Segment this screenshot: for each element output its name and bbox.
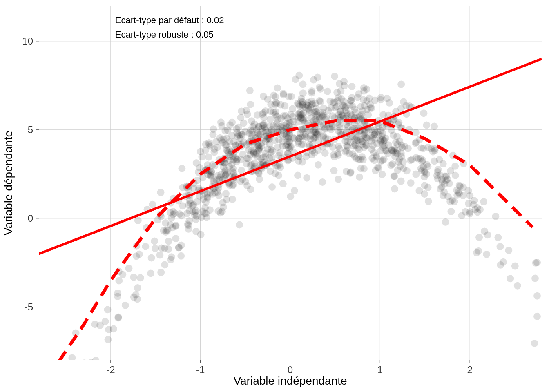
svg-point-1006 [237,156,245,163]
x-axis-label: Variable indépendante [233,374,347,387]
svg-point-442 [330,167,338,174]
svg-point-1004 [351,136,359,143]
y-tick-label: 5 [28,124,33,135]
svg-point-957 [292,76,299,83]
svg-point-579 [267,101,274,108]
annotation-text: Ecart-type robuste : 0.05 [115,29,214,40]
svg-point-813 [379,111,387,118]
svg-point-829 [303,174,310,182]
y-axis-label: Variable dépendante [2,131,15,235]
svg-point-997 [531,275,539,282]
svg-point-605 [440,160,447,167]
svg-point-941 [132,291,140,298]
svg-point-805 [360,96,367,103]
svg-point-945 [235,124,242,131]
svg-point-819 [275,172,282,179]
x-tick-label: -2 [106,364,115,375]
svg-point-867 [223,196,230,203]
svg-point-225 [315,161,322,169]
svg-point-879 [80,359,88,367]
svg-point-964 [221,168,228,176]
svg-point-965 [87,359,95,366]
svg-point-359 [447,208,455,215]
svg-point-973 [255,145,263,152]
svg-point-989 [420,145,427,152]
svg-point-1002 [221,127,229,135]
x-tick-label: 0 [288,364,293,375]
svg-point-934 [331,98,339,106]
svg-point-996 [211,189,219,196]
svg-point-843 [398,141,405,149]
svg-point-787 [197,148,204,155]
svg-point-855 [125,265,132,272]
svg-point-465 [391,172,398,180]
svg-point-576 [192,228,200,235]
svg-point-954 [105,326,112,333]
svg-point-654 [134,217,142,224]
svg-point-944 [192,207,200,214]
svg-point-990 [370,131,378,138]
svg-point-204 [533,292,541,300]
svg-point-233 [337,87,345,95]
x-tick-label: 2 [467,364,472,375]
svg-point-19 [514,282,521,290]
svg-point-871 [429,148,437,156]
svg-point-959 [412,171,420,178]
svg-point-856 [272,93,279,100]
svg-point-837 [421,182,428,189]
svg-point-745 [370,149,378,156]
annotation-text: Ecart-type par défaut : 0.02 [115,15,224,25]
svg-point-774 [176,210,183,218]
svg-point-901 [266,140,273,148]
svg-point-559 [492,213,499,220]
svg-point-400 [205,154,212,161]
svg-point-831 [220,203,227,211]
svg-point-226 [228,118,236,126]
svg-point-650 [244,155,252,163]
svg-point-418 [193,159,200,167]
svg-point-450 [470,201,477,208]
svg-point-613 [407,179,415,187]
svg-point-877 [152,245,159,252]
svg-point-874 [269,147,276,154]
svg-point-468 [314,74,321,81]
svg-point-840 [160,227,167,234]
svg-point-617 [417,155,424,162]
svg-point-609 [288,93,295,100]
svg-point-64 [511,263,519,270]
svg-point-25 [483,251,490,258]
svg-point-567 [397,178,405,185]
svg-point-158 [256,176,263,183]
svg-point-870 [133,252,140,260]
svg-point-902 [403,167,411,174]
svg-point-911 [352,109,359,116]
svg-point-884 [358,138,366,145]
svg-point-327 [104,306,112,313]
svg-point-747 [400,98,407,106]
svg-point-132 [92,357,100,364]
svg-point-981 [316,84,323,91]
svg-point-333 [217,118,225,126]
svg-point-968 [186,197,194,204]
svg-point-472 [360,165,368,173]
svg-point-383 [246,87,254,94]
svg-point-434 [175,244,182,251]
svg-point-485 [281,102,288,109]
svg-point-930 [167,256,174,263]
chart-container: -2-1012-50510Variable indépendanteVariab… [0,0,549,392]
svg-point-730 [158,245,165,252]
svg-point-984 [442,218,449,226]
svg-point-478 [151,238,158,245]
svg-point-561 [229,165,237,172]
svg-point-693 [91,321,98,328]
svg-point-920 [425,198,432,205]
y-tick-label: -5 [25,301,33,312]
svg-point-891 [476,206,484,214]
svg-point-921 [475,234,483,241]
svg-point-135 [531,340,538,347]
svg-point-977 [114,293,121,300]
svg-point-914 [329,123,336,130]
x-tick-label: -1 [196,364,205,375]
svg-point-632 [287,193,294,200]
scatter-chart: -2-1012-50510Variable indépendanteVariab… [0,0,549,392]
